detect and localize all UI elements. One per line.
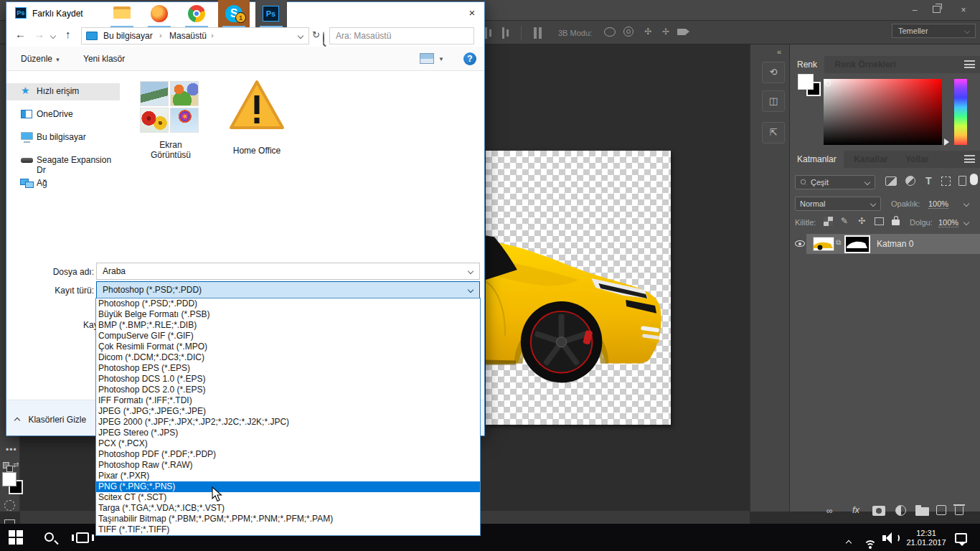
up-icon[interactable]: ↑ [65,28,71,40]
minimize-icon[interactable]: – [905,4,924,16]
format-dropdown-list[interactable]: Photoshop (*.PSD;*.PDD)Büyük Belge Forma… [95,298,481,536]
organize-button[interactable]: Düzenle ▼ [21,54,60,64]
hue-strip[interactable] [954,79,967,145]
layer-visibility-icon[interactable] [795,240,805,247]
link-layers-icon[interactable]: ∞ [826,506,831,516]
taskbar-skype[interactable]: S 1 [218,0,250,27]
sidebar-item-seagate-drive[interactable]: Seagate Expansion Dr [6,152,120,169]
format-option[interactable]: TIFF (*.TIF;*.TIFF) [96,524,480,535]
taskbar-search-icon[interactable] [44,532,54,542]
layer-link-icon[interactable]: ⧉ [836,238,841,247]
lock-all-icon[interactable] [892,220,900,225]
refresh-icon[interactable]: ↻ [312,29,320,40]
close-icon[interactable]: × [954,4,973,16]
swap-arrows-icon[interactable]: ⇄ [13,461,19,468]
format-option[interactable]: Taşınabilir Bitmap (*.PBM;*.PGM;*.PPM;*.… [96,514,480,524]
format-option[interactable]: Photoshop (*.PSD;*.PDD) [96,298,480,309]
foreground-color-swatch[interactable] [2,472,17,486]
start-button[interactable] [9,530,23,545]
breadcrumb-segment[interactable]: Bu bilgisayar [103,31,153,41]
view-chevron-icon[interactable]: ▼ [438,56,444,62]
sidebar-item-network[interactable]: Ağ [6,175,120,192]
format-option[interactable]: Targa (*.TGA;*.VDA;*.ICB;*.VST) [96,503,480,514]
filter-type-icon[interactable]: T [925,175,932,187]
fill-value[interactable]: 100% [938,218,958,227]
breadcrumb-segment[interactable]: Masaüstü [169,31,207,41]
lock-position-icon[interactable]: ✣ [858,216,865,226]
color-panel-menu-icon[interactable] [964,60,975,68]
delete-layer-icon[interactable] [955,507,963,515]
align-icon[interactable] [485,27,487,39]
layer-filter-select[interactable]: Çeşit [795,175,875,189]
new-folder-button[interactable]: Yeni klasör [83,54,125,64]
format-option[interactable]: Scitex CT (*.SCT) [96,492,480,503]
lock-transparency-icon[interactable] [824,217,833,226]
lock-pixels-icon[interactable]: ✎ [841,216,848,226]
3d-camera-icon[interactable] [677,29,686,35]
tool-ellipsis-icon[interactable]: ••• [6,445,17,455]
filter-toggle-icon[interactable] [970,174,978,185]
format-option[interactable]: Photoshop DCS 1.0 (*.EPS) [96,374,480,385]
file-label[interactable]: Ekran Görüntüsü [140,140,202,160]
3d-slide-icon[interactable]: ✢ [661,27,671,37]
layer-fx-icon[interactable]: fx [852,504,859,515]
blend-mode-select[interactable]: Normal [795,197,881,211]
layer-name[interactable]: Katman 0 [877,239,913,249]
action-center-icon[interactable] [955,533,967,543]
sidebar-item-quick-access[interactable]: ★ Hızlı erişim [6,83,120,100]
taskbar-firefox[interactable] [143,0,175,27]
file-label[interactable]: Home Office [227,146,286,156]
hue-marker-icon[interactable] [944,138,949,146]
format-option[interactable]: JPEG (*.JPG;*.JPEG;*.JPE) [96,406,480,417]
filter-adjustment-icon[interactable] [905,176,915,186]
layer-mask-thumbnail[interactable] [844,235,870,253]
file-name-input[interactable]: Araba [96,263,480,280]
help-icon[interactable]: ? [463,52,476,65]
back-icon[interactable]: ← [15,28,26,40]
sidebar-item-this-pc[interactable]: Bu bilgisayar [6,129,120,146]
format-option[interactable]: Çok Resimli Format (*.MPO) [96,342,480,352]
lock-artboard-icon[interactable] [875,217,884,225]
history-chevron-icon[interactable] [50,33,56,39]
search-box[interactable]: Ara: Masaüstü [329,27,474,44]
wifi-icon[interactable] [864,540,877,550]
hide-folders-button[interactable]: Klasörleri Gizle [15,413,86,428]
tab-paths[interactable]: Yollar [898,151,936,168]
format-option[interactable]: JPEG 2000 (*.JPF;*.JPX;*.JP2;*.J2C;*.J2K… [96,417,480,428]
tab-channels[interactable]: Kanallar [847,151,895,168]
file-item-screenshots[interactable] [140,81,200,134]
tab-swatches[interactable]: Renk Örnekleri [827,56,903,73]
tab-color[interactable]: Renk [790,56,824,73]
address-chevron-icon[interactable] [298,33,303,39]
layer-thumbnail[interactable] [813,237,834,251]
format-option[interactable]: Photoshop PDF (*.PDF;*.PDP) [96,449,480,460]
format-option[interactable]: PNG (*.PNG;*.PNS) [96,481,480,492]
marquee-tool-icon[interactable] [4,500,15,511]
3d-pan-icon[interactable]: ✣ [643,27,653,37]
filter-shape-icon[interactable] [941,176,951,186]
workspace-select[interactable]: Temeller [892,24,976,38]
adjustment-layer-icon[interactable] [895,505,906,516]
3d-orbit-icon[interactable] [604,27,616,37]
format-option[interactable]: Photoshop DCS 2.0 (*.EPS) [96,385,480,395]
collapse-panels-icon[interactable]: « [777,47,781,56]
opacity-value[interactable]: 100% [928,199,948,209]
format-option[interactable]: Büyük Belge Formatı (*.PSB) [96,309,480,320]
save-type-select[interactable]: Photoshop (*.PSD;*.PDD) [96,281,480,298]
photoshop-canvas[interactable] [486,151,671,425]
filter-image-icon[interactable] [885,176,897,186]
taskbar-chrome[interactable] [181,0,212,27]
taskbar-photoshop[interactable]: Ps [255,0,287,27]
group-layers-icon[interactable] [915,507,929,516]
format-option[interactable]: CompuServe GIF (*.GIF) [96,331,480,342]
view-mode-icon[interactable] [420,53,434,64]
tools-panel-icon[interactable]: ⇱ [762,122,785,143]
align-icon[interactable] [502,27,504,39]
color-gradient-picker[interactable] [824,79,942,145]
taskbar-file-explorer[interactable] [106,0,138,27]
dialog-close-icon[interactable]: × [461,5,483,21]
layers-panel-menu-icon[interactable] [964,155,975,163]
tab-layers[interactable]: Katmanlar [790,151,844,168]
search-icon[interactable] [323,32,324,45]
sidebar-item-onedrive[interactable]: OneDrive [6,106,120,123]
